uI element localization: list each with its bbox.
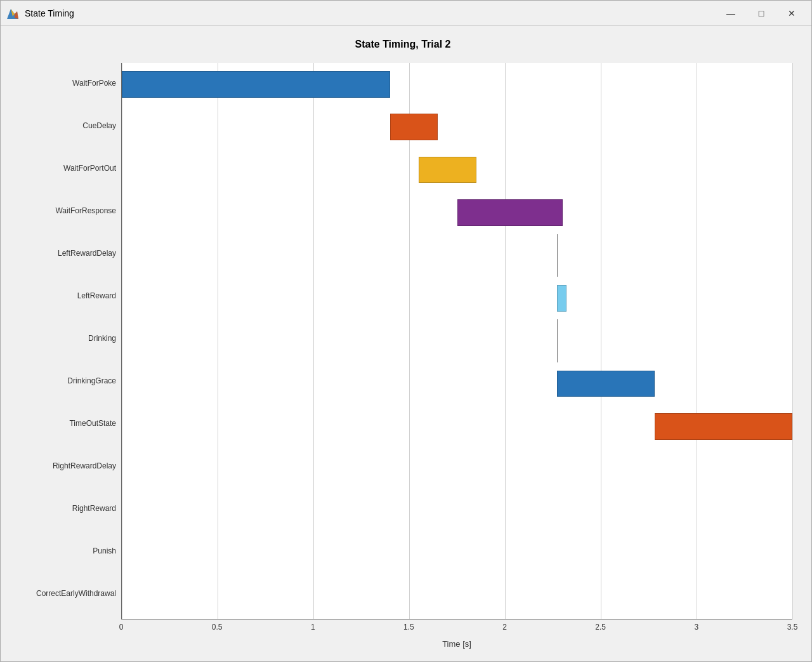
chart-container: State Timing, Trial 2 WaitForPokeCueDela…: [1, 26, 811, 661]
plot-area: 00.511.522.533.5 Time [s]: [121, 63, 792, 649]
chart-title: State Timing, Trial 2: [13, 39, 792, 50]
bar-row-correctearlywithdrawal: [122, 576, 792, 619]
bar-waitforportout: [419, 157, 476, 183]
close-button[interactable]: ✕: [777, 4, 806, 23]
y-label-waitforpoke: WaitForPoke: [72, 66, 121, 100]
grid-line-3.5: [792, 63, 793, 619]
bar-row-waitforportout: [122, 149, 792, 191]
window-controls: — □ ✕: [716, 4, 806, 23]
bar-drinkinggrace: [557, 371, 655, 397]
drinking-line: [557, 319, 558, 362]
y-label-punish: Punish: [93, 534, 121, 568]
bar-row-punish: [122, 533, 792, 576]
y-axis-labels: WaitForPokeCueDelayWaitForPortOutWaitFor…: [13, 63, 121, 649]
x-tick-label-1_5: 1.5: [403, 623, 414, 632]
bar-row-rightrewarddelay: [122, 448, 792, 491]
bar-rows: [122, 63, 792, 619]
bar-row-waitforresponse: [122, 191, 792, 234]
window-title: State Timing: [25, 8, 711, 18]
x-tick-label-0_5: 0.5: [212, 623, 223, 632]
y-label-leftreward: LeftReward: [77, 279, 121, 313]
x-axis-labels: 00.511.522.533.5: [121, 623, 792, 635]
bar-row-drinkinggrace: [122, 362, 792, 405]
bar-row-timeoutstate: [122, 405, 792, 447]
bar-waitforpoke: [122, 71, 390, 98]
y-label-timeoutstate: TimeOutState: [69, 406, 121, 440]
x-tick-label-2: 2: [502, 623, 507, 632]
y-label-drinking: Drinking: [88, 321, 121, 355]
y-label-waitforresponse: WaitForResponse: [55, 194, 121, 228]
y-label-leftrewarddelay: LeftRewardDelay: [58, 236, 121, 270]
y-label-correctearlywithdrawal: CorrectEarlyWithdrawal: [36, 576, 121, 611]
maximize-button[interactable]: □: [747, 4, 776, 23]
titlebar: State Timing — □ ✕: [1, 1, 811, 26]
leftrewarddelay-line: [557, 234, 558, 277]
x-tick-label-3_5: 3.5: [787, 623, 798, 632]
x-tick-label-1: 1: [311, 623, 315, 632]
y-label-rightreward: RightReward: [72, 491, 121, 526]
app-icon: [6, 6, 20, 20]
bar-timeoutstate: [655, 413, 792, 440]
y-label-waitforportout: WaitForPortOut: [63, 151, 121, 185]
y-label-rightrewarddelay: RightRewardDelay: [53, 449, 121, 483]
main-window: State Timing — □ ✕ State Timing, Trial 2…: [0, 0, 812, 662]
y-label-cuedelay: CueDelay: [82, 109, 121, 143]
bar-waitforresponse: [457, 199, 563, 226]
bar-row-rightreward: [122, 491, 792, 533]
bar-cuedelay: [390, 114, 438, 140]
x-tick-label-2_5: 2.5: [595, 623, 606, 632]
bar-row-leftreward: [122, 277, 792, 319]
bar-leftreward: [557, 285, 566, 312]
x-tick-label-0: 0: [119, 623, 124, 632]
bar-row-cuedelay: [122, 105, 792, 148]
x-tick-label-3: 3: [695, 623, 699, 632]
x-axis-title: Time [s]: [121, 639, 792, 649]
bar-row-drinking: [122, 319, 792, 362]
chart-area: WaitForPokeCueDelayWaitForPortOutWaitFor…: [13, 63, 792, 649]
bar-row-waitforpoke: [122, 63, 792, 105]
svg-marker-2: [15, 11, 18, 19]
minimize-button[interactable]: —: [716, 4, 745, 23]
y-label-drinkinggrace: DrinkingGrace: [67, 364, 121, 398]
bars-grid: [121, 63, 792, 619]
bar-row-leftrewarddelay: [122, 234, 792, 277]
